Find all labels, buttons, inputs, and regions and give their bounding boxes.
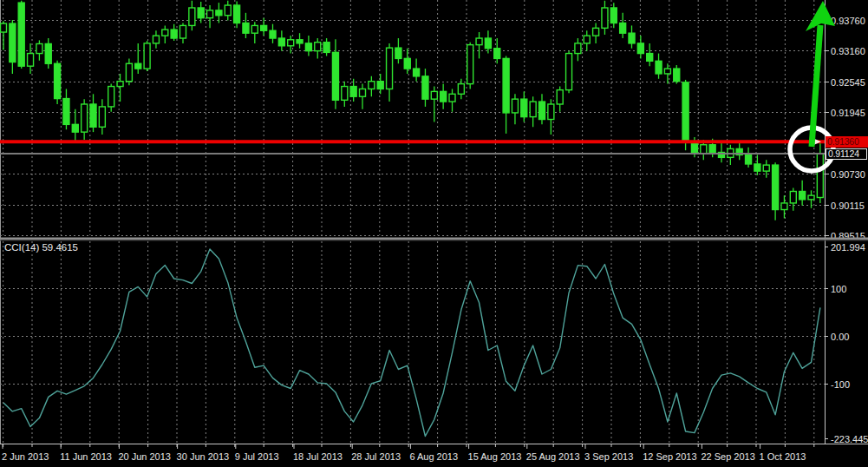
- svg-text:0.00: 0.00: [831, 332, 849, 342]
- svg-text:22 Sep 2013: 22 Sep 2013: [701, 451, 754, 462]
- svg-text:25 Aug 2013: 25 Aug 2013: [526, 451, 580, 462]
- svg-text:15 Aug 2013: 15 Aug 2013: [468, 451, 522, 462]
- svg-text:0.93160: 0.93160: [831, 46, 865, 56]
- svg-text:18 Jul 2013: 18 Jul 2013: [293, 451, 343, 462]
- svg-text:9 Jul 2013: 9 Jul 2013: [235, 451, 279, 462]
- svg-text:201.994: 201.994: [831, 242, 865, 253]
- mt4-chart-window: 2 Jun 201311 Jun 201320 Jun 201330 Jun 2…: [0, 0, 868, 467]
- bid-price-tag: 0.91124: [826, 148, 867, 160]
- grid: [0, 0, 825, 444]
- svg-text:0.93760: 0.93760: [831, 16, 865, 26]
- svg-text:100: 100: [831, 284, 846, 294]
- svg-text:12 Sep 2013: 12 Sep 2013: [643, 451, 696, 462]
- svg-text:2 Jun 2013: 2 Jun 2013: [2, 451, 49, 462]
- svg-text:0.90115: 0.90115: [831, 201, 865, 211]
- svg-text:0.92545: 0.92545: [831, 77, 865, 88]
- svg-text:6 Aug 2013: 6 Aug 2013: [409, 451, 458, 462]
- svg-text:30 Jun 2013: 30 Jun 2013: [177, 451, 230, 462]
- svg-text:20 Jun 2013: 20 Jun 2013: [118, 451, 171, 462]
- svg-text:3 Sep 2013: 3 Sep 2013: [584, 451, 633, 462]
- cci-indicator-label: CCI(14) 59.4615: [4, 242, 78, 253]
- price-axis[interactable]: 0.937600.931600.925450.919450.907300.901…: [825, 0, 868, 444]
- time-axis[interactable]: 2 Jun 201311 Jun 201320 Jun 201330 Jun 2…: [0, 444, 868, 463]
- svg-text:11 Jun 2013: 11 Jun 2013: [60, 451, 112, 462]
- subwindow-separator[interactable]: [0, 238, 868, 240]
- svg-text:-223.445: -223.445: [831, 434, 868, 444]
- svg-text:28 Jul 2013: 28 Jul 2013: [351, 451, 401, 462]
- chart-canvas[interactable]: 2 Jun 201311 Jun 201320 Jun 201330 Jun 2…: [0, 0, 868, 467]
- svg-text:-100: -100: [831, 379, 850, 390]
- svg-text:0.91945: 0.91945: [831, 108, 865, 118]
- svg-text:0.90730: 0.90730: [831, 169, 865, 180]
- candles-group: [1, 1, 824, 220]
- svg-text:1 Oct 2013: 1 Oct 2013: [760, 451, 806, 462]
- support-price-tag: 0.91360: [826, 136, 868, 148]
- cci-line: [3, 249, 820, 437]
